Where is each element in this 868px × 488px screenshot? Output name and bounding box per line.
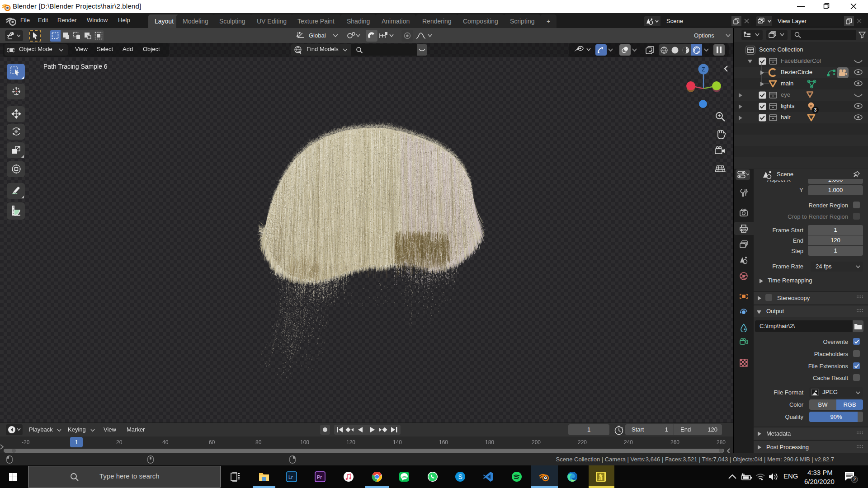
svg-text:Lr: Lr (288, 474, 293, 480)
svg-text:PH: PH (598, 479, 600, 481)
svg-text:S: S (458, 473, 462, 480)
svg-text:2: 2 (854, 477, 856, 482)
svg-text:Pr: Pr (317, 474, 322, 480)
svg-text:Z: Z (702, 66, 705, 73)
svg-text:LINE: LINE (402, 475, 408, 478)
